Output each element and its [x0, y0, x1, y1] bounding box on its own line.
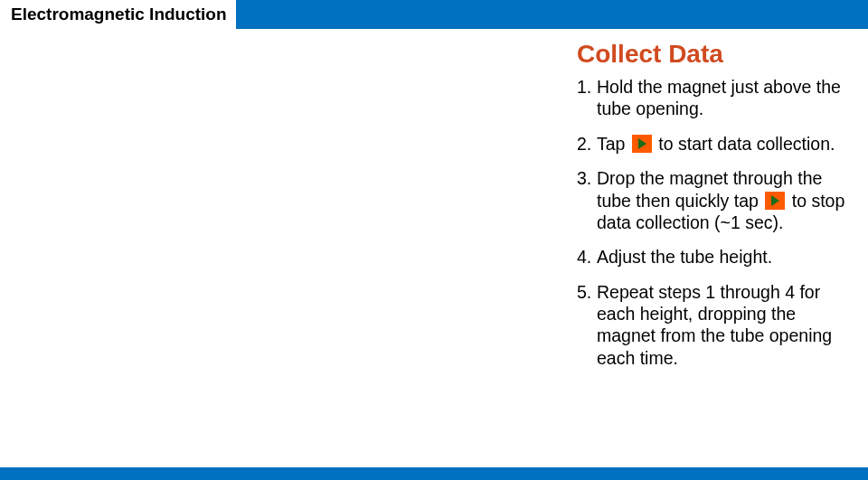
section-title: Collect Data: [577, 40, 850, 69]
step-4: Adjust the tube height.: [577, 246, 850, 268]
play-icon: [765, 192, 785, 210]
step-2-text-b: to start data collection.: [658, 134, 835, 154]
step-5: Repeat steps 1 through 4 for each height…: [577, 281, 850, 370]
header-bar: Electromagnetic Induction: [0, 0, 868, 29]
step-2-text-a: Tap: [597, 134, 625, 154]
right-pane: Collect Data Hold the magnet just above …: [577, 29, 868, 467]
content-area: Collect Data Hold the magnet just above …: [0, 29, 868, 467]
step-1: Hold the magnet just above the tube open…: [577, 76, 850, 120]
step-3: Drop the magnet through the tube then qu…: [577, 167, 850, 233]
step-5-text: Repeat steps 1 through 4 for each height…: [597, 282, 832, 368]
left-pane: [0, 29, 577, 467]
play-icon: [632, 135, 652, 153]
step-2: Tap to start data collection.: [577, 133, 850, 155]
step-1-text: Hold the magnet just above the tube open…: [597, 77, 841, 118]
step-4-text: Adjust the tube height.: [597, 247, 772, 267]
steps-list: Hold the magnet just above the tube open…: [577, 76, 850, 369]
page-title: Electromagnetic Induction: [0, 0, 236, 29]
step-3-text-a: Drop the magnet through the tube then qu…: [597, 168, 822, 210]
footer-bar: [0, 467, 868, 480]
